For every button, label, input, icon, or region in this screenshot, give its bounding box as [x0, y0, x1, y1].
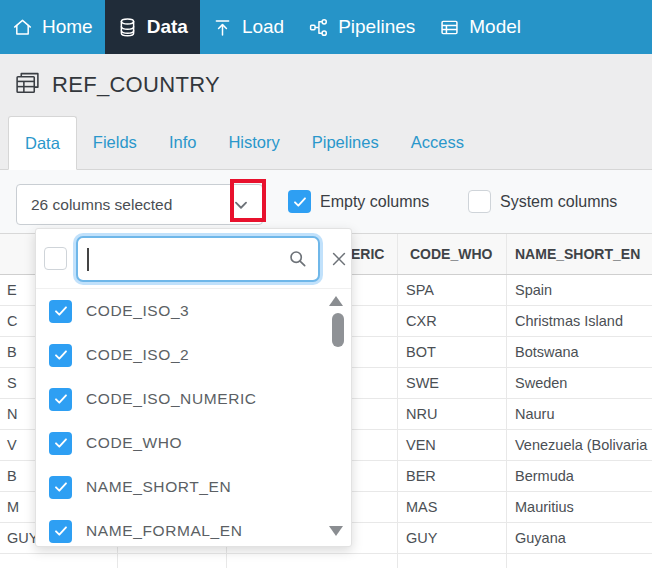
nav-item-home[interactable]: Home [0, 0, 105, 54]
checkbox-checked-icon[interactable] [49, 300, 72, 323]
nav-label: Load [242, 16, 284, 38]
column-search-input[interactable] [78, 237, 287, 281]
tab-pipelines[interactable]: Pipelines [296, 116, 395, 169]
empty-columns-toggle[interactable]: Empty columns [288, 190, 429, 213]
system-columns-toggle[interactable]: System columns [468, 190, 617, 213]
nav-item-load[interactable]: Load [200, 0, 296, 54]
checkbox-checked-icon[interactable] [49, 432, 72, 455]
close-icon[interactable] [329, 249, 349, 269]
column-option-code-iso-3[interactable]: CODE_ISO_3 [36, 289, 351, 333]
tab-data[interactable]: Data [8, 116, 77, 170]
checkbox-checked-icon[interactable] [49, 344, 72, 367]
top-navbar: Home Data Load Pipelines Model [0, 0, 652, 54]
empty-columns-label: Empty columns [320, 193, 429, 211]
checkbox-checked-icon[interactable] [49, 388, 72, 411]
col-header-code-who[interactable]: CODE_WHO [398, 234, 507, 274]
search-icon [287, 248, 309, 270]
tab-bar: Data Fields Info History Pipelines Acces… [0, 116, 652, 170]
text-caret [87, 248, 89, 271]
nav-label: Data [147, 16, 188, 38]
column-picker-header [36, 229, 351, 289]
table-icon [14, 70, 41, 101]
tab-history[interactable]: History [212, 116, 295, 169]
database-icon [117, 17, 138, 38]
empty-columns-checkbox[interactable] [288, 190, 311, 213]
nav-item-data[interactable]: Data [105, 0, 200, 54]
nav-label: Home [42, 16, 93, 38]
nav-item-pipelines[interactable]: Pipelines [296, 0, 427, 54]
page-title: REF_COUNTRY [52, 72, 220, 98]
nav-label: Pipelines [338, 16, 415, 38]
nav-item-model[interactable]: Model [427, 0, 533, 54]
chevron-down-icon[interactable] [226, 194, 256, 216]
col-header-name-short-en[interactable]: NAME_SHORT_EN [507, 234, 652, 274]
checkbox-checked-icon[interactable] [49, 520, 72, 543]
column-option-name-short-en[interactable]: NAME_SHORT_EN [36, 465, 351, 509]
tab-info[interactable]: Info [153, 116, 213, 169]
scrollbar-down-arrow-icon[interactable] [329, 526, 343, 536]
tab-fields[interactable]: Fields [77, 116, 153, 169]
upload-icon [212, 17, 233, 38]
column-option-code-who[interactable]: CODE_WHO [36, 421, 351, 465]
column-search [76, 236, 320, 282]
page-header: REF_COUNTRY [0, 54, 652, 116]
model-table-icon [439, 17, 460, 38]
column-picker-list: CODE_ISO_3 CODE_ISO_2 CODE_ISO_NUMERIC C… [36, 289, 351, 547]
pipelines-icon [308, 17, 329, 38]
system-columns-checkbox[interactable] [468, 190, 491, 213]
column-option-name-formal-en[interactable]: NAME_FORMAL_EN [36, 509, 351, 547]
scrollbar-thumb[interactable] [332, 313, 344, 347]
scrollbar-up-arrow-icon[interactable] [329, 296, 343, 306]
home-icon [12, 17, 33, 38]
table-row[interactable] [0, 554, 652, 568]
columns-select[interactable]: 26 columns selected [16, 184, 263, 225]
select-all-checkbox[interactable] [44, 247, 67, 270]
nav-label: Model [469, 16, 521, 38]
column-picker-panel: CODE_ISO_3 CODE_ISO_2 CODE_ISO_NUMERIC C… [35, 228, 352, 547]
column-option-code-iso-numeric[interactable]: CODE_ISO_NUMERIC [36, 377, 351, 421]
system-columns-label: System columns [500, 193, 617, 211]
tab-access[interactable]: Access [395, 116, 480, 169]
columns-select-value: 26 columns selected [17, 196, 226, 214]
checkbox-checked-icon[interactable] [49, 476, 72, 499]
column-option-code-iso-2[interactable]: CODE_ISO_2 [36, 333, 351, 377]
